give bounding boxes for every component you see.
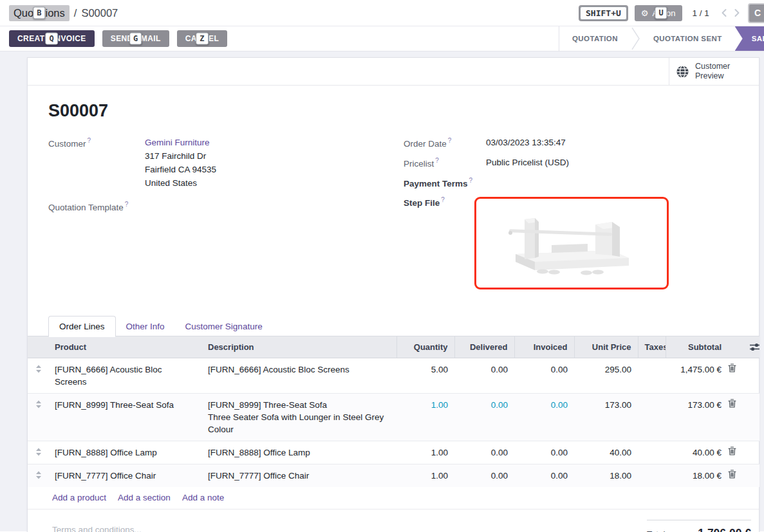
keyboard-hint-g: G xyxy=(129,33,142,45)
column-header-unit-price[interactable]: Unit Price xyxy=(574,336,638,358)
cancel-button[interactable]: CANCEL Z xyxy=(177,30,227,47)
breadcrumb: Quotations B / S00007 xyxy=(9,5,118,21)
cell-invoiced[interactable]: 0.00 xyxy=(514,441,574,464)
column-header-quantity[interactable]: Quantity xyxy=(396,336,454,358)
cell-invoiced[interactable]: 0.00 xyxy=(514,464,574,487)
add-a-section-link[interactable]: Add a section xyxy=(118,493,171,502)
cut-off-button-label: C xyxy=(754,8,761,18)
cell-description[interactable]: [FURN_8888] Office Lamp xyxy=(201,441,396,464)
column-header-taxes[interactable]: Taxes xyxy=(638,336,666,358)
help-question-icon: ? xyxy=(448,137,452,144)
column-header-delivered[interactable]: Delivered xyxy=(454,336,514,358)
record-pager: 1 / 1 xyxy=(693,8,709,18)
cell-description[interactable]: [FURN_7777] Office Chair xyxy=(201,464,396,487)
help-question-icon: ? xyxy=(125,201,129,208)
terms-and-conditions-input[interactable]: Terms and conditions... xyxy=(52,518,647,532)
table-row[interactable]: [FURN_8999] Three-Seat Sofa [FURN_8999] … xyxy=(28,393,759,441)
delete-row-button[interactable] xyxy=(728,441,743,464)
delete-column-header xyxy=(728,336,743,358)
help-question-icon: ? xyxy=(88,137,91,144)
stage-quotation-sent[interactable]: QUOTATION SENT xyxy=(640,26,735,51)
cell-delivered[interactable]: 0.00 xyxy=(454,441,514,464)
trash-icon xyxy=(728,399,736,408)
trash-icon xyxy=(728,363,736,372)
field-groups: Customer? Gemini Furniture 317 Fairchild… xyxy=(48,136,738,297)
drag-handle-icon xyxy=(35,448,42,456)
help-question-icon: ? xyxy=(469,177,473,184)
drag-handle[interactable] xyxy=(28,393,48,441)
cell-delivered[interactable]: 0.00 xyxy=(454,464,514,487)
field-customer: Customer? Gemini Furniture 317 Fairchild… xyxy=(48,136,404,190)
field-payment-terms: Payment Terms? xyxy=(404,176,738,188)
cell-description[interactable]: [FURN_8999] Three-Seat Sofa Three Seater… xyxy=(201,393,396,441)
table-row[interactable]: [FURN_8888] Office Lamp [FURN_8888] Offi… xyxy=(28,441,759,464)
customer-address-line: United States xyxy=(145,176,216,190)
cell-quantity[interactable]: 1.00 xyxy=(396,441,454,464)
cell-product[interactable]: [FURN_8999] Three-Seat Sofa xyxy=(48,393,201,441)
breadcrumb-separator: / xyxy=(74,7,77,19)
cell-taxes[interactable] xyxy=(638,358,666,393)
cell-taxes[interactable] xyxy=(638,464,666,487)
customer-preview-button[interactable]: Customer Preview xyxy=(669,58,759,85)
delete-row-button[interactable] xyxy=(728,393,743,441)
pager-next-icon[interactable] xyxy=(732,8,741,18)
pricelist-value[interactable]: Public Pricelist (USD) xyxy=(486,156,569,169)
content-area: Customer Preview S00007 Customer? Gemini… xyxy=(0,51,764,531)
drag-handle[interactable] xyxy=(28,464,48,487)
column-header-subtotal[interactable]: Subtotal xyxy=(666,336,728,358)
cell-invoiced[interactable]: 0.00 xyxy=(514,393,574,441)
drag-handle[interactable] xyxy=(28,358,48,393)
cell-delivered[interactable]: 0.00 xyxy=(454,393,514,441)
stage-sales-order[interactable]: SALES ORDER xyxy=(735,26,764,51)
action-menu-button[interactable]: ⚙ Action U xyxy=(635,5,682,21)
cell-taxes[interactable] xyxy=(638,441,666,464)
tab-order-lines[interactable]: Order Lines xyxy=(48,316,116,337)
add-a-product-link[interactable]: Add a product xyxy=(52,493,106,502)
column-header-description[interactable]: Description xyxy=(201,336,396,358)
tab-customer-signature[interactable]: Customer Signature xyxy=(175,316,273,336)
column-header-invoiced[interactable]: Invoiced xyxy=(514,336,574,358)
help-question-icon: ? xyxy=(435,157,439,164)
cell-quantity[interactable]: 1.00 xyxy=(396,393,454,441)
trash-icon xyxy=(728,470,736,479)
cell-quantity[interactable]: 1.00 xyxy=(396,464,454,487)
send-email-button[interactable]: SEND EMAIL G xyxy=(102,30,169,47)
cell-product[interactable]: [FURN_8888] Office Lamp xyxy=(48,441,201,464)
optional-columns-icon xyxy=(750,343,759,351)
cell-product[interactable]: [FURN_7777] Office Chair xyxy=(48,464,201,487)
cell-product[interactable]: [FURN_6666] Acoustic Bloc Screens xyxy=(48,358,201,393)
create-invoice-button[interactable]: CREATE INVOICE Q xyxy=(9,30,95,47)
cut-off-button[interactable]: C xyxy=(748,3,764,23)
tab-other-info[interactable]: Other Info xyxy=(116,316,175,336)
gear-icon: ⚙ xyxy=(641,9,649,17)
optional-columns-header[interactable] xyxy=(743,336,759,358)
delete-row-button[interactable] xyxy=(728,464,743,487)
cell-unit-price[interactable]: 295.00 xyxy=(574,358,638,393)
cell-unit-price[interactable]: 40.00 xyxy=(574,441,638,464)
cell-unit-price[interactable]: 173.00 xyxy=(574,393,638,441)
cell-quantity[interactable]: 5.00 xyxy=(396,358,454,393)
stage-quotation[interactable]: QUOTATION xyxy=(559,26,631,51)
order-date-value[interactable]: 03/03/2023 13:35:47 xyxy=(486,136,566,149)
customer-value-link[interactable]: Gemini Furniture xyxy=(145,136,216,149)
add-a-note-link[interactable]: Add a note xyxy=(182,493,224,502)
cad-part-image xyxy=(498,208,646,279)
cell-subtotal: 1,475.00 € xyxy=(666,358,728,393)
cell-invoiced[interactable]: 0.00 xyxy=(514,358,574,393)
column-header-product[interactable]: Product xyxy=(48,336,201,358)
breadcrumb-quotations-link[interactable]: Quotations B xyxy=(9,5,70,21)
cell-delivered[interactable]: 0.00 xyxy=(454,358,514,393)
cell-taxes[interactable] xyxy=(638,393,666,441)
cell-description[interactable]: [FURN_6666] Acoustic Bloc Screens xyxy=(201,358,396,393)
form-sheet: Customer Preview S00007 Customer? Gemini… xyxy=(27,57,759,532)
step-file-image[interactable] xyxy=(474,197,669,289)
field-pricelist: Pricelist? Public Pricelist (USD) xyxy=(404,156,738,169)
table-row[interactable]: [FURN_6666] Acoustic Bloc Screens [FURN_… xyxy=(28,358,759,393)
top-navbar: Quotations B / S00007 SHIFT+U ⚙ Action U… xyxy=(0,0,764,26)
drag-handle[interactable] xyxy=(28,441,48,464)
delete-row-button[interactable] xyxy=(728,358,743,393)
pager-prev-icon[interactable] xyxy=(720,8,729,18)
keyboard-hint-shift-u: SHIFT+U xyxy=(580,6,627,20)
cell-unit-price[interactable]: 18.00 xyxy=(574,464,638,487)
table-row[interactable]: [FURN_7777] Office Chair [FURN_7777] Off… xyxy=(28,464,759,487)
